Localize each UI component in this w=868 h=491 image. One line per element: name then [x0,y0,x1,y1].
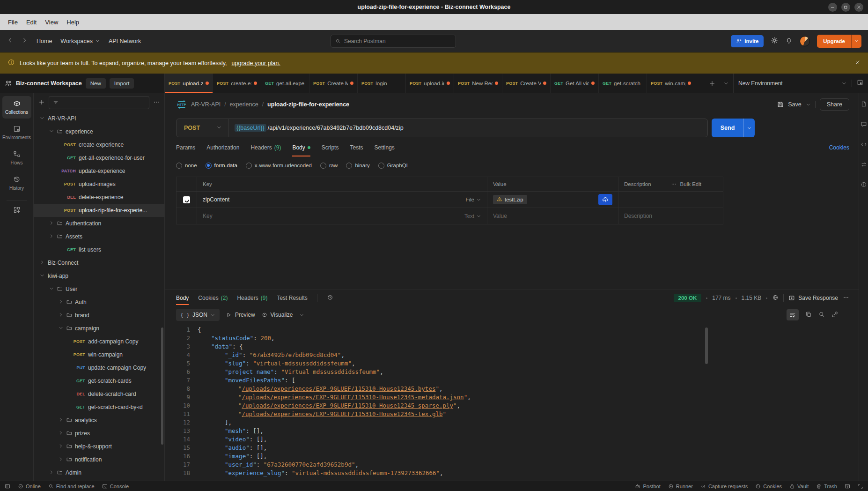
upgrade-dropdown[interactable] [851,35,861,48]
tree-request-delete-experience[interactable]: DELdelete-experience [34,191,164,204]
tab-authorization[interactable]: Authorization [206,144,239,151]
rail-more-grid-icon[interactable] [13,206,21,215]
tree-folder-help-&-support[interactable]: help-&-support [34,440,164,453]
open-request-tab[interactable]: POSTCreate Vic [502,74,551,93]
send-dropdown[interactable] [743,119,755,137]
statusbar-console[interactable]: Console [102,484,129,489]
key-placeholder[interactable]: Key [203,213,213,219]
response-url-link[interactable]: /uploads/experiences/EXP-9GLUEF/115310-H… [242,410,443,417]
breadcrumb-folder[interactable]: experience [230,101,258,108]
tree-folder-admin[interactable]: Admin [34,466,164,479]
tree-request-win-campaign[interactable]: POSTwin-campaign [34,348,164,361]
tab-body[interactable]: Body [292,144,310,151]
send-button[interactable]: Send [712,119,755,137]
method-dropdown[interactable]: POST [177,119,229,137]
search-response-icon[interactable] [818,311,825,319]
copy-icon[interactable] [805,311,812,319]
tree-request-update-experience[interactable]: PATCHupdate-experience [34,164,164,178]
breadcrumb-collection[interactable]: AR-VR-API [191,101,221,108]
response-more-icon[interactable] [843,294,849,302]
open-request-tab[interactable]: GETget-all-expe [261,74,309,93]
tab-headers[interactable]: Headers (9) [250,144,281,151]
response-tab-test-results[interactable]: Test Results [277,295,307,301]
menu-file[interactable]: File [4,19,22,26]
code-scrollbar[interactable] [705,327,708,364]
menu-help[interactable]: Help [62,19,83,26]
related-requests-icon[interactable] [861,161,867,169]
tree-folder-prizes[interactable]: prizes [34,427,164,440]
tree-request-add-campaign-copy[interactable]: POSTadd-campaign Copy [34,335,164,348]
statusbar-trash[interactable]: Trash [816,484,837,489]
description-placeholder[interactable]: Description [624,213,652,219]
tree-collection-ar-vr-api[interactable]: AR-VR-API [34,112,164,125]
sidebar-add-icon[interactable] [38,99,45,107]
environment-selector[interactable]: New Environment [738,80,837,87]
statusbar-runner[interactable]: Runner [668,484,693,489]
open-request-tab[interactable]: POSTupload-zi [165,74,213,93]
tree-request-get-scratch-card-by-id[interactable]: GETget-scratch-card-by-id [34,401,164,414]
visualize-button[interactable]: Visualize [262,312,293,318]
tree-folder-assets[interactable]: Assets [34,230,164,243]
preview-button[interactable]: Preview [226,312,255,318]
tree-folder-user[interactable]: User [34,283,164,296]
body-mode-none[interactable]: none [176,163,197,169]
tree-folder-analytics[interactable]: analytics [34,414,164,427]
notifications-bell-icon[interactable] [785,37,793,45]
response-tab-body[interactable]: Body [176,295,189,301]
tree-collection-biz-connect[interactable]: Biz-Connect [34,256,164,269]
breadcrumb-request[interactable]: upload-zip-file-for-experience [267,101,349,108]
statusbar-expand[interactable] [858,484,863,489]
maximize-button[interactable] [841,3,850,12]
nav-forward-icon[interactable] [22,37,28,45]
file-chip[interactable]: testt.zip [493,195,527,204]
close-button[interactable] [854,3,863,12]
tree-folder-campaign[interactable]: campaign [34,322,164,335]
tree-folder-experience[interactable]: experience [34,125,164,138]
type-dropdown[interactable]: File [465,197,481,202]
statusbar-vault[interactable]: Vault [789,484,809,489]
banner-close-icon[interactable] [855,60,861,67]
sidebar-more-icon[interactable] [153,99,160,107]
new-tab-plus-icon[interactable] [705,74,719,93]
response-tab-cookies[interactable]: Cookies (2) [198,295,228,301]
nav-api-network[interactable]: API Network [109,38,141,45]
response-format-dropdown[interactable]: { } JSON [176,309,220,321]
menu-edit[interactable]: Edit [22,19,41,26]
open-request-tab[interactable]: POSTlogin [358,74,406,93]
minimize-button[interactable] [828,3,837,12]
network-globe-icon[interactable] [772,294,779,302]
rail-item-environments[interactable]: Environments [2,121,31,144]
response-time[interactable]: 177 ms [712,295,730,301]
save-dropdown-chevron-icon[interactable] [806,102,811,107]
code-snippet-icon[interactable] [861,141,867,149]
response-size[interactable]: 1.15 KB [742,295,762,301]
sidebar-filter-input[interactable] [49,96,149,109]
body-mode-graphql[interactable]: GraphQL [378,163,409,169]
statusbar-cookies[interactable]: Cookies [755,484,782,489]
tree-request-upload-zip-file-for-experie-[interactable]: POSTupload-zip-file-for-experie... [34,204,164,217]
body-mode-raw[interactable]: raw [320,163,338,169]
info-icon[interactable] [861,181,867,189]
tab-list-chevron-icon[interactable] [719,74,733,93]
bulk-edit-button[interactable]: Bulk Edit [671,181,701,187]
tree-request-list-users[interactable]: GETlist-users [34,243,164,256]
environment-quicklook-icon[interactable] [857,79,863,87]
tree-request-delete-scratch-card[interactable]: DELdelete-scratch-card [34,387,164,401]
status-badge[interactable]: 200 OK [674,294,702,302]
sidebar-scrollbar[interactable] [161,327,163,445]
new-button[interactable]: New [86,78,106,89]
tree-request-get-all-experience-for-user[interactable]: GETget-all-experience-for-user [34,151,164,164]
nav-back-icon[interactable] [7,37,13,45]
link-icon[interactable] [831,311,838,319]
tab-params[interactable]: Params [176,144,195,151]
global-search[interactable] [331,35,456,48]
body-mode-x-www-form-urlencoded[interactable]: x-www-form-urlencoded [246,163,312,169]
tree-request-create-experience[interactable]: POSTcreate-experience [34,138,164,151]
comments-icon[interactable] [861,121,867,129]
share-button[interactable]: Share [820,98,849,111]
cookies-link[interactable]: Cookies [829,144,849,151]
tree-collection-kiwi-app[interactable]: kiwi-app [34,269,164,283]
open-request-tab[interactable]: POSTupload-im [406,74,454,93]
tab-scripts[interactable]: Scripts [322,144,339,151]
save-response-button[interactable]: Save Response [788,295,838,301]
